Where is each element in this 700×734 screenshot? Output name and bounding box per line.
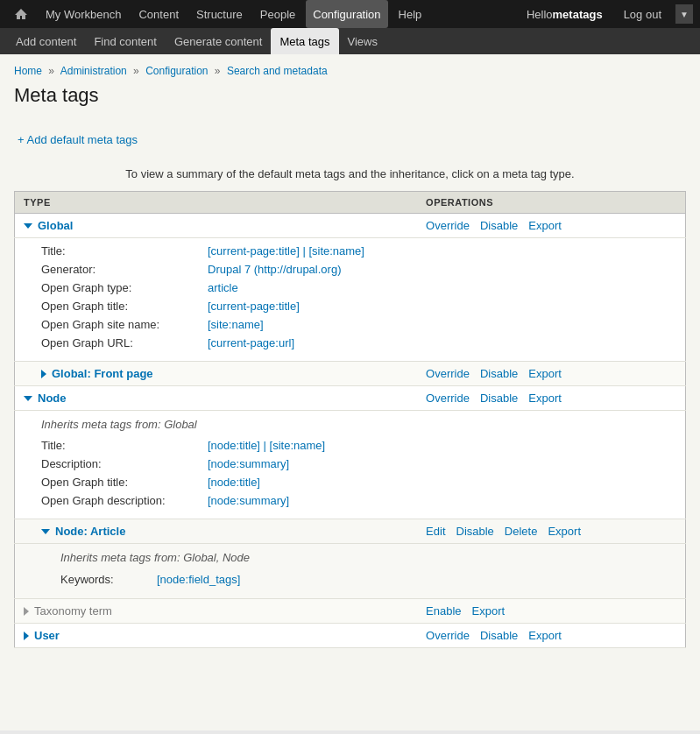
table-row: Node Override Disable Export <box>15 386 686 411</box>
field-value: [node:title] <box>208 476 260 489</box>
hello-text: Hello metatags <box>520 0 610 28</box>
field-label: Open Graph title: <box>41 300 208 313</box>
taxonomy-export-link[interactable]: Export <box>472 604 506 618</box>
username: metatags <box>553 8 603 21</box>
global-frontpage-disable-link[interactable]: Disable <box>480 367 518 380</box>
field-value: Drupal 7 (http://drupal.org) <box>208 263 341 276</box>
taxonomy-ops-cell: Enable Export <box>417 599 685 624</box>
logout-link[interactable]: Log out <box>617 0 668 28</box>
user-ops-links: Override Disable Export <box>426 629 676 642</box>
content-link[interactable]: Content <box>131 0 186 28</box>
user-expand-icon[interactable] <box>24 632 29 640</box>
taxonomy-link[interactable]: Taxonomy term <box>34 604 112 618</box>
user-type-cell: User <box>15 624 418 648</box>
global-link[interactable]: Global <box>38 219 73 232</box>
user-menu-dropdown[interactable]: ▼ <box>675 4 693 24</box>
find-content-link[interactable]: Find content <box>85 28 166 54</box>
field-label: Title: <box>41 244 208 258</box>
field-row: Open Graph description: [node:summary] <box>41 491 676 510</box>
node-export-link[interactable]: Export <box>528 392 562 405</box>
home-nav-link[interactable] <box>7 0 35 28</box>
global-frontpage-section-header: Global: Front page <box>41 367 408 380</box>
node-article-type-cell: Node: Article <box>15 519 418 544</box>
secondary-navbar: Add content Find content Generate conten… <box>0 28 700 54</box>
global-override-link[interactable]: Override <box>426 219 470 232</box>
field-label: Open Graph title: <box>41 476 208 489</box>
add-content-link[interactable]: Add content <box>7 28 85 54</box>
people-link[interactable]: People <box>253 0 302 28</box>
global-export-link[interactable]: Export <box>528 219 562 232</box>
global-frontpage-ops-links: Override Disable Export <box>426 367 676 380</box>
breadcrumb-config[interactable]: Configuration <box>145 65 208 77</box>
global-frontpage-export-link[interactable]: Export <box>528 367 562 380</box>
views-link[interactable]: Views <box>339 28 386 54</box>
structure-link[interactable]: Structure <box>189 0 250 28</box>
user-override-link[interactable]: Override <box>426 629 470 642</box>
table-row: Node: Article Edit Disable Delete Export <box>15 519 686 544</box>
col-ops: OPERATIONS <box>417 192 685 214</box>
field-label: Title: <box>41 439 208 452</box>
global-frontpage-link[interactable]: Global: Front page <box>52 367 153 380</box>
configuration-link[interactable]: Configuration <box>306 0 387 28</box>
field-row: Generator: Drupal 7 (http://drupal.org) <box>41 260 676 279</box>
field-label: Open Graph type: <box>41 281 208 294</box>
global-frontpage-override-link[interactable]: Override <box>426 367 470 380</box>
table-row: User Override Disable Export <box>15 624 686 648</box>
user-export-link[interactable]: Export <box>528 629 562 642</box>
taxonomy-expand-icon[interactable] <box>24 607 29 616</box>
node-article-edit-link[interactable]: Edit <box>426 525 445 538</box>
node-article-ops-links: Edit Disable Delete Export <box>426 525 676 538</box>
col-type: TYPE <box>15 192 418 214</box>
global-frontpage-type-cell: Global: Front page <box>15 362 418 386</box>
node-ops-links: Override Disable Export <box>426 392 676 405</box>
node-article-link[interactable]: Node: Article <box>55 525 125 538</box>
instruction-text: To view a summary of the default meta ta… <box>14 167 686 180</box>
top-nav-left: My Workbench Content Structure People Co… <box>7 0 428 28</box>
node-collapse-icon[interactable] <box>24 396 32 401</box>
page-title: Meta tags <box>0 81 700 117</box>
node-article-export-link[interactable]: Export <box>548 525 581 538</box>
global-disable-link[interactable]: Disable <box>480 219 518 232</box>
generate-content-link[interactable]: Generate content <box>166 28 271 54</box>
field-label: Open Graph URL: <box>41 336 208 349</box>
global-collapse-icon[interactable] <box>24 223 32 229</box>
field-label: Generator: <box>41 263 208 276</box>
field-row: Title: [node:title] | [site:name] <box>41 436 676 455</box>
node-article-disable-link[interactable]: Disable <box>456 525 494 538</box>
breadcrumb-search-metadata[interactable]: Search and metadata <box>227 65 328 77</box>
field-value: [node:summary] <box>208 494 289 507</box>
breadcrumb-home[interactable]: Home <box>14 65 42 77</box>
node-disable-link[interactable]: Disable <box>480 392 518 405</box>
user-disable-link[interactable]: Disable <box>480 629 518 642</box>
global-frontpage-ops-cell: Override Disable Export <box>417 362 685 386</box>
field-row: Open Graph title: [node:title] <box>41 473 676 491</box>
main-content: + Add default meta tags To view a summar… <box>0 117 700 730</box>
node-override-link[interactable]: Override <box>426 392 470 405</box>
node-link[interactable]: Node <box>38 392 67 405</box>
table-row: Global Override Disable Export <box>15 214 686 238</box>
field-row: Title: [current-page:title] | [site:name… <box>41 242 676 260</box>
global-ops-links: Override Disable Export <box>426 219 676 232</box>
top-nav-right: Hello metatags Log out ▼ <box>520 0 693 28</box>
help-link[interactable]: Help <box>392 0 429 28</box>
meta-tags-link[interactable]: Meta tags <box>271 28 338 54</box>
table-row: Inherits meta tags from: Global Title: [… <box>15 411 686 519</box>
breadcrumb-sep-2: » <box>133 65 139 77</box>
field-value: [current-page:title] | [site:name] <box>208 244 364 258</box>
field-value: [current-page:url] <box>208 336 294 349</box>
global-frontpage-expand-icon[interactable] <box>41 370 46 378</box>
taxonomy-enable-link[interactable]: Enable <box>426 604 461 618</box>
add-default-meta-tags-link[interactable]: + Add default meta tags <box>18 133 138 146</box>
global-fields-cell: Title: [current-page:title] | [site:name… <box>15 238 686 362</box>
node-article-ops-cell: Edit Disable Delete Export <box>417 519 685 544</box>
user-link[interactable]: User <box>34 629 60 642</box>
node-article-section-header: Node: Article <box>41 525 408 538</box>
table-row: Inherits meta tags from: Global, Node Ke… <box>15 544 686 599</box>
table-row: Taxonomy term Enable Export <box>15 599 686 624</box>
breadcrumb-admin[interactable]: Administration <box>60 65 127 77</box>
node-article-delete-link[interactable]: Delete <box>505 525 538 538</box>
node-article-collapse-icon[interactable] <box>41 529 50 534</box>
field-label: Description: <box>41 457 208 470</box>
my-workbench-link[interactable]: My Workbench <box>39 0 128 28</box>
field-row: Description: [node:summary] <box>41 455 676 473</box>
